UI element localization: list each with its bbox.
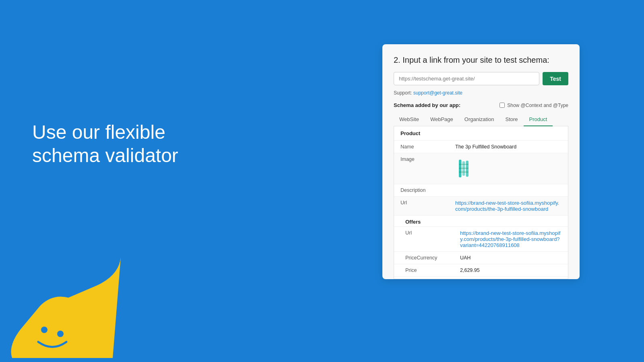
svg-rect-6 <box>459 168 469 169</box>
offers-pricevaliduntil-row: PriceValidUntil 2025-02-03 <box>394 276 568 279</box>
schema-tabs: WebSite WebPage Organization Store Produ… <box>394 113 568 126</box>
support-link[interactable]: support@get-great.site <box>413 90 462 96</box>
product-description-key: Description <box>400 187 449 193</box>
schema-added-label: Schema added by our app: <box>394 102 460 108</box>
left-hero-text: Use our flexible schema validator <box>32 121 178 167</box>
product-url-value[interactable]: https://brand-new-test-store-sofiia.mysh… <box>455 200 561 212</box>
panel-title: 2. Input a link from your site to test s… <box>394 56 568 65</box>
schema-row: Schema added by our app: Show @Context a… <box>394 102 568 108</box>
offers-price-key: Price <box>405 267 454 273</box>
offers-url-key: Url <box>405 230 454 236</box>
schema-validator-panel: 2. Input a link from your site to test s… <box>382 44 580 279</box>
tab-store[interactable]: Store <box>500 113 523 126</box>
url-input[interactable] <box>394 72 539 85</box>
offers-section-header: Offers <box>394 215 568 226</box>
offers-pricecurrency-row: PriceCurrency UAH <box>394 251 568 264</box>
product-image-placeholder <box>455 156 475 181</box>
star-decoration <box>0 233 129 362</box>
svg-point-1 <box>57 331 64 337</box>
context-checkbox-row: Show @Context and @Type <box>500 103 568 108</box>
product-image-key: Image <box>400 156 449 162</box>
product-description-row: Description <box>394 184 568 196</box>
tab-webpage[interactable]: WebPage <box>425 113 459 126</box>
offers-url-value[interactable]: https://brand-new-test-store-sofiia.mysh… <box>460 230 561 248</box>
svg-rect-5 <box>459 164 469 165</box>
schema-content[interactable]: Product Name The 3p Fulfilled Snowboard … <box>394 126 568 279</box>
tab-organization[interactable]: Organization <box>459 113 500 126</box>
product-name-key: Name <box>400 144 449 150</box>
context-checkbox[interactable] <box>500 103 505 108</box>
offers-url-row: Url https://brand-new-test-store-sofiia.… <box>394 226 568 251</box>
tab-website[interactable]: WebSite <box>394 113 425 126</box>
support-label: Support: <box>394 90 412 96</box>
context-checkbox-label: Show @Context and @Type <box>507 103 568 108</box>
tab-product[interactable]: Product <box>524 113 553 126</box>
product-url-key: Url <box>400 200 449 206</box>
svg-point-0 <box>41 327 47 333</box>
offers-price-row: Price 2,629.95 <box>394 264 568 276</box>
product-name-row: Name The 3p Fulfilled Snowboard <box>394 140 568 153</box>
support-line: Support: support@get-great.site <box>394 90 568 96</box>
product-image-row: Image <box>394 153 568 184</box>
hero-line2: schema validator <box>32 145 178 166</box>
test-button[interactable]: Test <box>543 72 568 85</box>
product-name-value: The 3p Fulfilled Snowboard <box>455 144 561 150</box>
offers-price-value: 2,629.95 <box>460 267 561 273</box>
product-url-row: Url https://brand-new-test-store-sofiia.… <box>394 196 568 215</box>
svg-rect-7 <box>459 172 469 173</box>
url-input-row: Test <box>394 72 568 85</box>
offers-pricecurrency-value: UAH <box>460 255 561 261</box>
product-section-header: Product <box>394 126 568 140</box>
offers-pricecurrency-key: PriceCurrency <box>405 255 454 261</box>
hero-line1: Use our flexible <box>32 121 165 143</box>
